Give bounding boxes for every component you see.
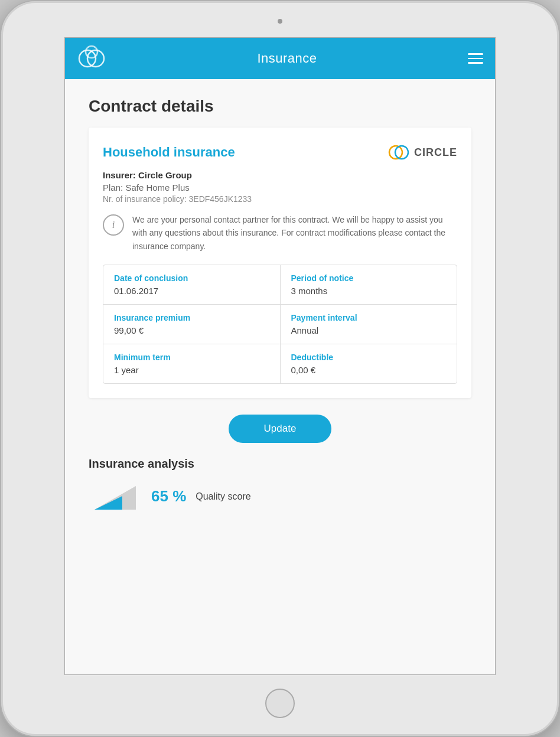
policy-value: 3EDF456JK1233 <box>189 194 252 204</box>
header-title: Insurance <box>257 51 317 66</box>
insurance-card: Household insurance CIRCLE Insurer: Circ… <box>89 128 471 398</box>
circle-logo-text: CIRCLE <box>414 146 457 159</box>
cell-value-payment: Annual <box>291 325 447 335</box>
quality-gauge-icon <box>89 480 142 513</box>
page-title: Contract details <box>89 97 471 116</box>
insurer-label: Insurer: <box>103 170 136 180</box>
quality-row: 65 % Quality score <box>89 480 471 513</box>
details-grid: Date of conclusion 01.06.2017 Period of … <box>103 265 457 384</box>
cell-value-min-term: 1 year <box>114 365 269 375</box>
tablet-screen: Insurance Contract details Household ins… <box>64 37 496 675</box>
grid-row: Insurance premium 99,00 € Payment interv… <box>103 305 457 344</box>
tablet-home-button[interactable] <box>265 689 295 718</box>
update-button-wrapper: Update <box>89 415 471 443</box>
analysis-title: Insurance analysis <box>89 457 471 471</box>
cell-label-min-term: Minimum term <box>114 353 269 362</box>
grid-row: Minimum term 1 year Deductible 0,00 € <box>103 344 457 383</box>
cell-value-premium: 99,00 € <box>114 325 269 335</box>
grid-row: Date of conclusion 01.06.2017 Period of … <box>103 265 457 305</box>
app-header: Insurance <box>65 38 495 79</box>
menu-line-1 <box>468 53 483 55</box>
tablet-frame: Insurance Contract details Household ins… <box>0 0 560 737</box>
plan-name: Plan: Safe Home Plus <box>103 182 457 193</box>
menu-line-2 <box>468 58 483 60</box>
update-button[interactable]: Update <box>229 415 332 443</box>
menu-line-3 <box>468 62 483 64</box>
insurer-name: Insurer: Circle Group <box>103 170 457 180</box>
plan-value: Safe Home Plus <box>125 182 189 193</box>
info-icon: i <box>103 214 124 236</box>
policy-label: Nr. of insurance policy: <box>103 194 187 204</box>
cell-value-deductible: 0,00 € <box>291 365 447 375</box>
app-content: Contract details Household insurance CIR… <box>65 79 495 674</box>
grid-cell-premium: Insurance premium 99,00 € <box>103 305 281 344</box>
insurance-type: Household insurance <box>103 145 235 160</box>
grid-cell-payment-interval: Payment interval Annual <box>281 305 457 344</box>
grid-cell-deductible: Deductible 0,00 € <box>281 344 457 383</box>
menu-button[interactable] <box>468 53 483 64</box>
grid-cell-date-of-conclusion: Date of conclusion 01.06.2017 <box>103 265 281 304</box>
card-header: Household insurance CIRCLE <box>103 142 457 163</box>
info-text: We are your personal contact partner for… <box>132 213 457 253</box>
cell-value-date: 01.06.2017 <box>114 286 269 296</box>
cell-label-notice: Period of notice <box>291 273 447 283</box>
circle-logo: CIRCLE <box>388 142 457 163</box>
quality-score-label: Quality score <box>196 491 250 502</box>
tablet-camera <box>278 19 282 24</box>
cell-value-notice: 3 months <box>291 286 447 296</box>
insurer-value: Circle Group <box>138 170 192 180</box>
cell-label-deductible: Deductible <box>291 353 447 362</box>
grid-cell-period-of-notice: Period of notice 3 months <box>281 265 457 304</box>
app-logo <box>77 44 106 73</box>
info-box: i We are your personal contact partner f… <box>103 213 457 253</box>
quality-score-percent: 65 % <box>151 487 186 506</box>
circle-logo-icon <box>388 142 409 163</box>
cell-label-payment: Payment interval <box>291 313 447 322</box>
grid-cell-min-term: Minimum term 1 year <box>103 344 281 383</box>
cell-label-date: Date of conclusion <box>114 273 269 283</box>
cell-label-premium: Insurance premium <box>114 313 269 322</box>
policy-number: Nr. of insurance policy: 3EDF456JK1233 <box>103 194 457 204</box>
plan-label: Plan: <box>103 182 123 193</box>
